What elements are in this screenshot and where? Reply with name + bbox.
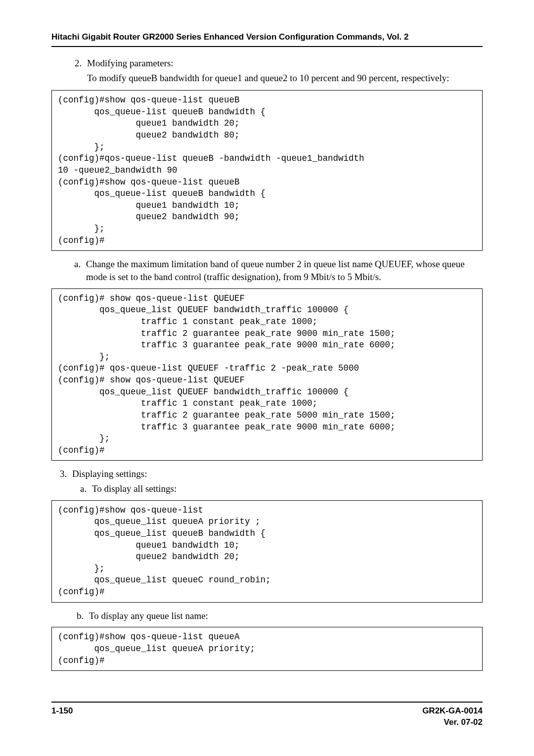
code-block-3: (config)#show qos-queue-list qos_queue_l… [51,500,483,603]
footer-page-number: 1-150 [51,706,73,717]
item3-title: Displaying settings: [72,469,147,479]
ordered-list-main-3: Displaying settings: To display all sett… [51,468,483,495]
item3b: To display any queue list name: [86,610,483,622]
code-block-1: (config)#show qos-queue-list queueB qos_… [51,90,483,251]
list-item-modifying: Modifying parameters: To modify queueB b… [84,57,483,84]
sublist-3b: To display any queue list name: [51,610,483,622]
code-block-4: (config)#show qos-queue-list queueA qos_… [51,627,483,671]
item2-para: To modify queueB bandwidth for queue1 an… [87,72,483,85]
footer-doc-id: GR2K-GA-0014 [422,706,483,715]
running-header: Hitachi Gigabit Router GR2000 Series Enh… [51,32,483,47]
footer-version: Ver. 07-02 [444,717,483,727]
page-footer: 1-150 GR2K-GA-0014 Ver. 07-02 [51,702,483,728]
ordered-list-main: Modifying parameters: To modify queueB b… [51,57,483,84]
sublist-2: Change the maximum limitation band of qu… [51,258,483,283]
list-item-displaying: Displaying settings: To display all sett… [69,468,483,495]
code-block-2: (config)# show qos-queue-list QUEUEF qos… [51,288,483,461]
item2-title: Modifying parameters: [87,58,174,68]
item3a: To display all settings: [89,482,483,495]
item2a: Change the maximum limitation band of qu… [83,258,483,283]
sublist-3: To display all settings: [72,482,483,495]
